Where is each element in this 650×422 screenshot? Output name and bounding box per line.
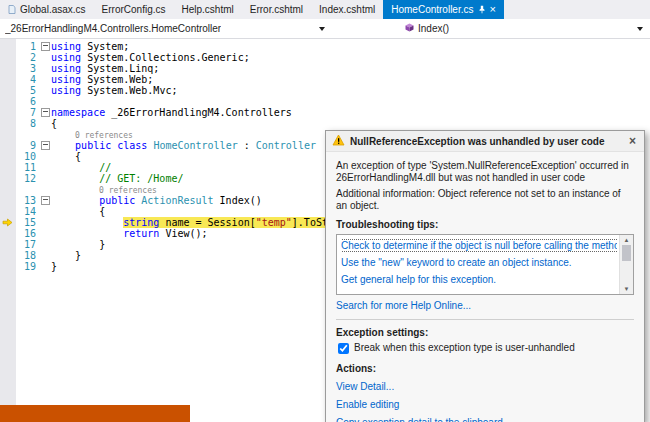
breakpoint-margin[interactable] <box>0 140 16 151</box>
breakpoint-margin[interactable] <box>0 107 16 118</box>
tab-global-asax-cs[interactable]: Global.asax.cs <box>0 0 94 19</box>
line-number: 13 <box>16 195 40 206</box>
tab-label: Help.cshtml <box>182 4 234 15</box>
breakpoint-margin[interactable] <box>0 261 16 272</box>
code-line: 6 <box>0 96 650 107</box>
line-number: 10 <box>16 151 40 162</box>
breakpoint-margin[interactable] <box>0 52 16 63</box>
line-number: 2 <box>16 52 40 63</box>
tab-label: HomeController.cs <box>391 4 473 15</box>
troubleshooting-label: Troubleshooting tips: <box>336 219 634 231</box>
line-number: 9 <box>16 140 40 151</box>
popup-body: An exception of type 'System.NullReferen… <box>326 152 644 422</box>
break-checkbox-row[interactable]: Break when this exception type is user-u… <box>338 342 634 354</box>
pin-icon[interactable] <box>478 5 486 14</box>
breakpoint-margin[interactable] <box>0 74 16 85</box>
tab-label: Error.cshtml <box>250 4 303 15</box>
type-dropdown[interactable]: _26ErrorHandlingM4.Controllers.HomeContr… <box>0 19 335 38</box>
breakpoint-margin[interactable] <box>0 162 16 173</box>
breakpoint-margin[interactable] <box>0 206 16 217</box>
close-icon[interactable]: × <box>627 135 638 147</box>
method-icon <box>405 23 414 34</box>
breakpoint-margin[interactable] <box>0 41 16 52</box>
breakpoint-margin[interactable] <box>0 250 16 261</box>
break-checkbox[interactable] <box>338 343 349 354</box>
breakpoint-margin[interactable] <box>0 239 16 250</box>
action-enable-editing[interactable]: Enable editing <box>336 399 634 411</box>
breakpoint-margin[interactable] <box>0 96 16 107</box>
break-checkbox-label: Break when this exception type is user-u… <box>354 342 575 354</box>
tab-bar: Global.asax.csErrorConfig.csHelp.cshtmlE… <box>0 0 650 19</box>
collapse-icon[interactable] <box>41 108 50 117</box>
tab-label: Global.asax.cs <box>20 4 86 15</box>
breakpoint-margin[interactable] <box>0 151 16 162</box>
warning-icon <box>332 134 345 148</box>
navigation-bar: _26ErrorHandlingM4.Controllers.HomeContr… <box>0 19 650 39</box>
divider <box>336 319 634 320</box>
tab-error-cshtml[interactable]: Error.cshtml <box>242 0 311 19</box>
troubleshooting-tips-box: Check to determine if the object is null… <box>336 234 634 295</box>
collapse-icon[interactable] <box>41 141 50 150</box>
actions-label: Actions: <box>336 363 634 375</box>
tips-scrollbar[interactable]: ▲ ▼ <box>619 235 633 294</box>
member-dropdown-value: Index() <box>418 23 449 34</box>
tab-index-cshtml[interactable]: Index.cshtml <box>311 0 383 19</box>
exception-message: An exception of type 'System.NullReferen… <box>336 160 634 184</box>
scroll-down-icon[interactable]: ▼ <box>624 284 630 294</box>
tab-help-cshtml[interactable]: Help.cshtml <box>174 0 242 19</box>
search-help-link[interactable]: Search for more Help Online... <box>336 300 634 312</box>
breakpoint-margin[interactable] <box>0 118 16 129</box>
document-icon <box>8 5 16 14</box>
line-number: 6 <box>16 96 40 107</box>
breakpoint-margin[interactable] <box>0 195 16 206</box>
type-dropdown-value: _26ErrorHandlingM4.Controllers.HomeContr… <box>5 23 221 34</box>
collapse-icon[interactable] <box>41 42 50 51</box>
troubleshooting-tip-link[interactable]: Check to determine if the object is null… <box>341 237 617 254</box>
line-number: 3 <box>16 63 40 74</box>
breakpoint-margin[interactable] <box>0 85 16 96</box>
exception-popup: NullReferenceException was unhandled by … <box>325 130 645 422</box>
tab-label: ErrorConfig.cs <box>102 4 166 15</box>
line-number: 18 <box>16 250 40 261</box>
line-number: 15 <box>16 217 40 228</box>
additional-info: Additional information: Object reference… <box>336 188 634 212</box>
member-dropdown[interactable]: Index() <box>335 19 650 38</box>
scrollbar-thumb[interactable] <box>622 245 631 261</box>
line-number: 1 <box>16 41 40 52</box>
code-line: 4using System.Web; <box>0 74 650 85</box>
code-line: 3using System.Linq; <box>0 63 650 74</box>
breakpoint-margin[interactable] <box>0 63 16 74</box>
breakpoint-margin[interactable] <box>0 173 16 184</box>
line-number: 4 <box>16 74 40 85</box>
tab-label: Index.cshtml <box>319 4 375 15</box>
code-line: 1using System; <box>0 41 650 52</box>
scroll-up-icon[interactable]: ▲ <box>624 235 630 245</box>
line-number: 8 <box>16 118 40 129</box>
collapse-icon[interactable] <box>41 196 50 205</box>
line-number: 12 <box>16 173 40 184</box>
tips-list: Check to determine if the object is null… <box>341 237 617 288</box>
actions-list: View Detail...Enable editingCopy excepti… <box>336 381 634 422</box>
code-line: 8{ <box>0 118 650 129</box>
line-number: 16 <box>16 228 40 239</box>
exception-settings-label: Exception settings: <box>336 327 634 339</box>
action-copy-exception-detail-to-the-clipboard[interactable]: Copy exception detail to the clipboard <box>336 417 634 422</box>
line-number: 7 <box>16 107 40 118</box>
chevron-down-icon <box>637 27 643 31</box>
tab-homecontroller-cs[interactable]: HomeController.cs× <box>383 0 504 19</box>
close-icon[interactable]: × <box>490 5 496 14</box>
code-line: 5using System.Web.Mvc; <box>0 85 650 96</box>
code-line: 2using System.Collections.Generic; <box>0 52 650 63</box>
breakpoint-margin[interactable] <box>0 217 16 228</box>
chevron-down-icon <box>319 27 325 31</box>
tab-errorconfig-cs[interactable]: ErrorConfig.cs <box>94 0 174 19</box>
line-number: 5 <box>16 85 40 96</box>
popup-header: NullReferenceException was unhandled by … <box>326 131 644 152</box>
line-number: 11 <box>16 162 40 173</box>
code-line: 7namespace _26ErrorHandlingM4.Controller… <box>0 107 650 118</box>
action-view-detail[interactable]: View Detail... <box>336 381 634 393</box>
troubleshooting-tip-link[interactable]: Get general help for this exception. <box>341 271 617 288</box>
breakpoint-margin[interactable] <box>0 228 16 239</box>
execution-arrow-icon <box>2 218 13 227</box>
troubleshooting-tip-link[interactable]: Use the "new" keyword to create an objec… <box>341 254 617 271</box>
